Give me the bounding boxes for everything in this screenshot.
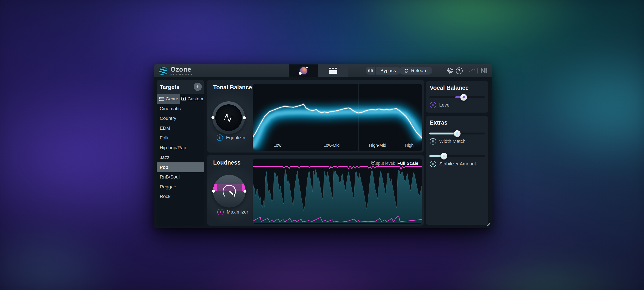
- genre-item-pop[interactable]: Pop: [157, 162, 204, 172]
- add-target-button[interactable]: +: [194, 83, 202, 91]
- ozone-plugin-window: Ozone ELEMENTS Bypass: [154, 65, 492, 228]
- tonal-balance-title: Tonal Balance: [213, 84, 252, 91]
- ozone-logo: Ozone ELEMENTS: [159, 66, 194, 76]
- genre-item-reggae[interactable]: Reggae: [157, 182, 204, 192]
- vocal-power-row[interactable]: Level: [430, 102, 450, 108]
- help-icon[interactable]: ?: [455, 67, 463, 75]
- band-label-low: Low: [274, 143, 282, 148]
- modules-grid-icon: [329, 68, 337, 74]
- width-match-fill: [429, 133, 457, 134]
- relearn-label: Relearn: [411, 68, 428, 74]
- stabilizer-label: Stabilizer Amount: [439, 161, 476, 167]
- audiolens-scribble-icon[interactable]: [468, 67, 476, 75]
- genre-item-hip-hop-rap[interactable]: Hip-hop/Rap: [157, 143, 204, 153]
- vocal-level-label: Level: [439, 102, 450, 108]
- ozone-logo-icon: [159, 67, 168, 75]
- genre-item-country[interactable]: Country: [157, 114, 204, 124]
- relearn-button[interactable]: Relearn: [399, 67, 432, 75]
- header-divider: [478, 68, 478, 74]
- width-match-handle[interactable]: [454, 130, 460, 137]
- loudness-title: Loudness: [213, 159, 241, 166]
- knob-left-dot: [212, 116, 214, 119]
- genre-item-edm[interactable]: EDM: [157, 123, 204, 133]
- ni-logo[interactable]: [480, 67, 488, 75]
- loudness-panel: Loudness Maximizer Output level: [207, 155, 424, 225]
- band-label-low-mid: Low-Mid: [324, 143, 340, 148]
- width-match-power-row[interactable]: Width Match: [430, 138, 466, 145]
- brand-name: Ozone: [170, 66, 194, 73]
- equalizer-knob[interactable]: [212, 101, 245, 134]
- maximizer-knob[interactable]: [213, 175, 246, 207]
- io-fader-icon[interactable]: [366, 67, 376, 75]
- stabilizer-power-icon[interactable]: [430, 161, 436, 167]
- settings-gear-icon[interactable]: [446, 67, 454, 75]
- tab-modules-view[interactable]: [318, 65, 348, 77]
- equalizer-power-row[interactable]: Equalizer: [216, 134, 246, 141]
- custom-add-icon: [181, 96, 186, 101]
- bypass-label: Bypass: [376, 68, 400, 74]
- output-level-dropdown[interactable]: Output level: Full Scale: [371, 161, 418, 166]
- vocal-level-slider[interactable]: [429, 96, 485, 98]
- targets-panel: Targets + Genre Custom CinematicCountryE…: [157, 80, 204, 225]
- eq-curve-icon: [212, 101, 245, 134]
- knob-left-dot: [212, 190, 215, 193]
- band-label-high: High: [405, 143, 414, 148]
- stabilizer-power-row[interactable]: Stabilizer Amount: [430, 161, 476, 167]
- tab-assistant-view[interactable]: [289, 65, 318, 77]
- tab-custom[interactable]: Custom: [180, 94, 204, 104]
- genre-list-icon: [159, 97, 164, 101]
- genre-item-cinematic[interactable]: Cinematic: [157, 104, 204, 114]
- output-level-value: Full Scale: [397, 161, 418, 166]
- genre-item-rnb-soul[interactable]: RnB/Soul: [157, 172, 204, 182]
- vocal-balance-title: Vocal Balance: [430, 85, 468, 91]
- knob-right-dot: [244, 190, 246, 193]
- extras-panel: Extras Width Match Stabilizer Amount: [426, 116, 488, 225]
- width-match-slider[interactable]: [429, 133, 485, 134]
- maximizer-power-row[interactable]: Maximizer: [217, 209, 248, 215]
- genre-list: CinematicCountryEDMFolkHip-hop/RapJazzPo…: [157, 104, 204, 201]
- bypass-button[interactable]: Bypass: [366, 67, 400, 75]
- width-match-label: Width Match: [439, 139, 466, 144]
- extras-title: Extras: [430, 119, 448, 126]
- loudness-display: Output level: Full Scale: [253, 159, 422, 224]
- tonal-balance-panel: Tonal Balance Equalizer LowLow-: [207, 80, 424, 153]
- knob-right-dot: [243, 116, 246, 119]
- equalizer-label: Equalizer: [226, 135, 246, 140]
- assistant-orb-icon: [300, 67, 307, 74]
- genre-item-folk[interactable]: Folk: [157, 133, 204, 143]
- tonal-balance-display: LowLow-MidHigh-MidHigh: [253, 84, 422, 151]
- genre-item-rock[interactable]: Rock: [157, 192, 204, 202]
- brand-subtitle: ELEMENTS: [170, 74, 194, 76]
- header-bar: Ozone ELEMENTS Bypass: [154, 65, 492, 77]
- chevron-down-icon: [371, 161, 375, 163]
- targets-tabs: Genre Custom: [157, 94, 204, 104]
- window-resize-handle[interactable]: [486, 222, 490, 227]
- band-label-high-mid: High-Mid: [369, 143, 386, 148]
- relearn-refresh-icon: [404, 68, 409, 73]
- genre-item-jazz[interactable]: Jazz: [157, 153, 204, 163]
- tab-genre[interactable]: Genre: [157, 94, 180, 104]
- stabilizer-handle[interactable]: [440, 153, 447, 159]
- vocal-balance-panel: Vocal Balance Level: [426, 81, 488, 113]
- maximizer-label: Maximizer: [227, 209, 248, 215]
- stabilizer-slider[interactable]: [429, 155, 485, 157]
- gauge-icon: [213, 175, 246, 207]
- targets-title: Targets: [160, 84, 180, 90]
- width-match-power-icon[interactable]: [430, 138, 436, 145]
- vocal-slider-handle[interactable]: [460, 94, 467, 101]
- vocal-power-icon[interactable]: [430, 102, 436, 108]
- equalizer-power-icon[interactable]: [216, 134, 223, 141]
- maximizer-power-icon[interactable]: [217, 209, 224, 215]
